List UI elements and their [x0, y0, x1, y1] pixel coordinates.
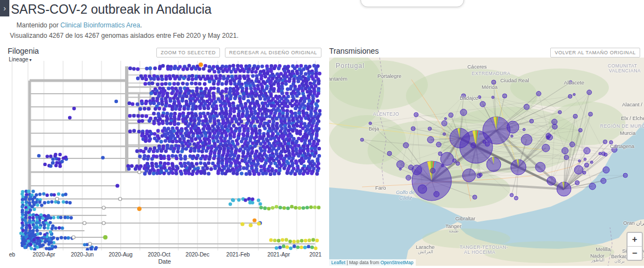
- axis-tick: 2020-Oct: [148, 252, 170, 258]
- phylogeny-tree-canvas[interactable]: [8, 61, 321, 250]
- map-panel-title: Transmisiones: [329, 47, 379, 55]
- maintainer-link[interactable]: Clinical Bioinformatics Area: [60, 21, 140, 29]
- reset-tree-layout-button[interactable]: REGRESAR AL DISEÑO ORIGINAL: [225, 48, 321, 58]
- tree-axis-label: Date: [8, 258, 321, 265]
- axis-tick: 2020-Dec: [185, 252, 209, 258]
- axis-tick: 2020-Aug: [109, 252, 132, 258]
- maintained-by: Mantenido por Clinical Bioinformatics Ar…: [16, 21, 142, 29]
- map-zoom-control: + −: [626, 232, 643, 261]
- zoom-in-button[interactable]: +: [628, 233, 642, 247]
- map-panel-buttons: VOLVER AL TAMAÑO ORIGINAL: [548, 47, 640, 58]
- axis-tick: 2020-Apr: [32, 252, 55, 258]
- axis-tick: 2021: [309, 252, 321, 258]
- phylogeny-panel-buttons: ZOOM TO SELECTED REGRESAR AL DISEÑO ORIG…: [154, 47, 321, 58]
- leaflet-link[interactable]: Leaflet: [331, 260, 346, 265]
- page-title: SARS-COV-2 outbreak in Andalucia: [11, 2, 212, 17]
- top-center-popup-edge: [360, 0, 464, 7]
- phylogeny-panel-header: Filogenia ZOOM TO SELECTED REGRESAR AL D…: [8, 47, 321, 58]
- map-attribution: Leaflet | Map data from OpenStreetMap: [329, 259, 416, 266]
- attribution-text: | Map data from: [346, 260, 381, 265]
- axis-tick: 2020-Jun: [71, 252, 94, 258]
- sidebar-toggle-button[interactable]: ›: [0, 0, 9, 16]
- phylogeny-panel-title: Filogenia: [8, 47, 39, 55]
- axis-tick: eb: [9, 252, 15, 258]
- map-panel-header: Transmisiones VOLVER AL TAMAÑO ORIGINAL: [329, 47, 640, 58]
- maintained-prefix: Mantenido por: [16, 21, 60, 29]
- zoom-to-selected-button[interactable]: ZOOM TO SELECTED: [156, 48, 220, 58]
- maintained-suffix: .: [140, 21, 142, 29]
- axis-tick: 2021-Apr: [267, 252, 290, 258]
- map-viewport[interactable]: PortugalSantarémPortalegreCáceresExtrema…: [329, 58, 644, 266]
- zoom-out-button[interactable]: −: [628, 247, 642, 260]
- axis-tick: 2021-Feb: [227, 252, 250, 258]
- osm-link[interactable]: OpenStreetMap: [381, 260, 414, 265]
- tree-axis-ticks: eb2020-Apr2020-Jun2020-Aug2020-Oct2020-D…: [8, 252, 321, 258]
- transmissions-map-canvas[interactable]: [329, 58, 644, 266]
- reset-map-zoom-button[interactable]: VOLVER AL TAMAÑO ORIGINAL: [550, 48, 640, 58]
- filter-summary: Visualizando 4267 de los 4267 genomas ai…: [10, 32, 239, 39]
